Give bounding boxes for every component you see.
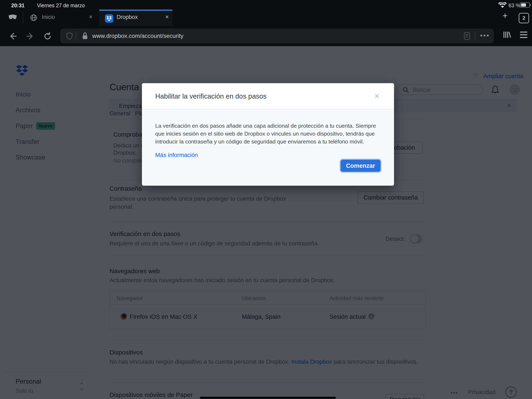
- ipad-screen: 20:31 Viernes 27 de marzo 63 % Inicio ×: [0, 0, 532, 399]
- home-indicator[interactable]: [200, 397, 336, 399]
- tab-count-button[interactable]: 2: [519, 13, 529, 23]
- url-bar[interactable]: www.dropbox.com/account/security •••: [60, 29, 494, 43]
- lock-icon: [82, 32, 88, 40]
- url-text: www.dropbox.com/account/security: [92, 33, 184, 39]
- globe-icon: [30, 14, 37, 21]
- private-browsing-icon: [8, 14, 17, 21]
- active-tab-indicator: [99, 10, 172, 11]
- tab-count-label: 2: [522, 15, 525, 21]
- tab-title: Inicio: [42, 14, 55, 20]
- more-info-link[interactable]: Más información: [155, 152, 198, 158]
- tab-close-icon[interactable]: ×: [165, 14, 169, 20]
- two-step-modal: Habilitar la verificación en dos pasos ×…: [142, 83, 394, 186]
- page-actions-menu[interactable]: •••: [480, 32, 490, 39]
- tabbar-separator: [23, 12, 23, 24]
- urlbar-separator: [76, 31, 76, 41]
- status-date: Viernes 27 de marzo: [37, 2, 85, 8]
- reader-view-icon[interactable]: [464, 32, 470, 40]
- forward-button[interactable]: [25, 32, 35, 41]
- modal-body: La verificación en dos pasos añade una c…: [155, 122, 383, 146]
- back-button[interactable]: [8, 32, 18, 41]
- modal-header: Habilitar la verificación en dos pasos ×: [142, 83, 394, 109]
- dropbox-favicon: [105, 14, 113, 23]
- urlbar-separator: [475, 31, 475, 41]
- modal-title: Habilitar la verificación en dos pasos: [155, 92, 267, 100]
- tab-close-icon[interactable]: ×: [89, 14, 93, 20]
- battery-percent: 63 %: [508, 2, 520, 8]
- library-icon[interactable]: [503, 30, 511, 39]
- new-tab-button[interactable]: +: [502, 11, 508, 21]
- modal-close-icon[interactable]: ×: [374, 92, 380, 100]
- tab-title: Dropbox: [117, 14, 138, 20]
- menu-icon[interactable]: [519, 31, 528, 39]
- wifi-icon: [498, 2, 507, 8]
- battery-icon: [520, 2, 530, 8]
- status-time: 20:31: [11, 2, 25, 8]
- shield-icon: [66, 32, 73, 40]
- reload-button[interactable]: [43, 32, 52, 41]
- start-button[interactable]: Comenzar: [341, 160, 380, 172]
- tab-inicio[interactable]: Inicio ×: [25, 10, 95, 26]
- tab-dropbox-active[interactable]: Dropbox ×: [99, 10, 172, 26]
